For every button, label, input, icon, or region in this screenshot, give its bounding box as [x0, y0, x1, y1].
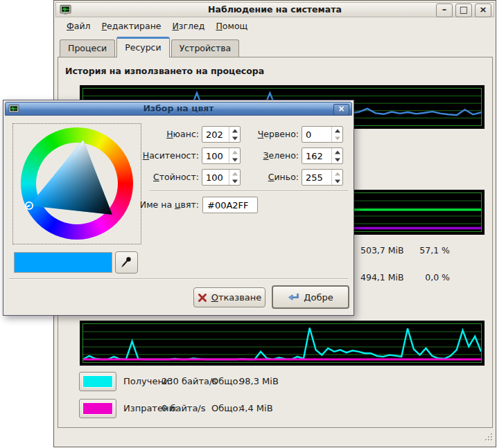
tab-resources[interactable]: Ресурси	[116, 37, 169, 57]
tabstrip: Процеси Ресурси Устройства	[58, 35, 492, 57]
received-total: 98,3 MiB	[239, 372, 279, 391]
red-input[interactable]	[302, 127, 331, 142]
sent-rate: 0 байта/s	[162, 399, 206, 418]
green-label: Зелено:	[232, 147, 299, 164]
red-spinner[interactable]	[302, 126, 343, 143]
hue-label: Нюанс:	[107, 126, 199, 143]
menu-help[interactable]: Помощ	[210, 19, 253, 33]
network-received-row: Получени: 230 байта/s Общо: 98,3 MiB	[58, 372, 492, 391]
ok-button-label: Добре	[304, 292, 333, 303]
hue-input[interactable]	[202, 127, 229, 142]
saturation-label: Наситеност:	[107, 147, 199, 164]
dialog-titlebar[interactable]: Избор на цвят ×	[5, 102, 352, 116]
swap-used-percent: 0,0 %	[392, 272, 450, 283]
received-color-swatch	[82, 375, 113, 388]
red-down-arrow[interactable]	[332, 134, 342, 142]
cancel-button[interactable]: Отказване	[193, 287, 265, 307]
received-rate: 230 байта/s	[162, 372, 217, 391]
tab-devices[interactable]: Устройства	[171, 39, 240, 57]
blue-down-arrow[interactable]	[332, 177, 342, 185]
color-preview-swatch	[14, 252, 112, 273]
sent-total-label: Общо:	[211, 399, 241, 418]
main-titlebar[interactable]: Наблюдение на системата – □ ×	[55, 2, 494, 17]
cancel-button-label: Отказване	[211, 292, 262, 303]
blue-spinner[interactable]	[302, 169, 343, 186]
sent-color-button[interactable]	[79, 399, 116, 418]
eyedropper-icon	[121, 256, 132, 268]
green-down-arrow[interactable]	[332, 156, 342, 163]
menu-view[interactable]: Изглед	[167, 19, 211, 33]
blue-up-arrow[interactable]	[332, 170, 342, 177]
cancel-x-icon	[198, 293, 207, 303]
menu-file[interactable]: Файл	[61, 19, 96, 33]
tab-processes[interactable]: Процеси	[60, 39, 115, 57]
sent-color-swatch	[82, 402, 113, 415]
statusbar	[54, 429, 496, 447]
close-button[interactable]: ×	[475, 3, 491, 17]
actions-separator	[9, 278, 348, 280]
dialog-close-button[interactable]: ×	[333, 104, 349, 116]
eyedropper-button[interactable]	[115, 251, 138, 274]
fields-separator	[150, 190, 348, 192]
green-spinner[interactable]	[302, 147, 343, 164]
dialog-title: Избор на цвят	[6, 103, 351, 114]
green-input[interactable]	[302, 148, 331, 163]
color-name-input[interactable]	[202, 197, 258, 213]
saturation-input[interactable]	[202, 148, 229, 163]
red-label: Червено:	[232, 126, 299, 143]
value-input[interactable]	[202, 170, 229, 185]
network-sent-row: Изпратени: 0 байта/s Общо: 4,4 MiB	[58, 399, 492, 418]
received-total-label: Общо:	[211, 372, 241, 391]
resize-grip[interactable]	[484, 433, 494, 445]
window-title: Наблюдение на системата	[56, 4, 494, 15]
cpu-section-title: История на използването на процесора	[65, 66, 264, 76]
color-picker-dialog: Избор на цвят × Нюанс:	[3, 100, 354, 316]
minimize-button[interactable]: –	[436, 3, 453, 17]
maximize-button[interactable]: □	[455, 3, 472, 17]
memory-used-percent: 57,1 %	[392, 245, 450, 256]
sent-total: 4,4 MiB	[239, 399, 273, 418]
menu-edit[interactable]: Редактиране	[96, 19, 167, 33]
ok-button[interactable]: Добре	[272, 285, 349, 309]
green-up-arrow[interactable]	[332, 148, 342, 156]
menubar: Файл Редактиране Изглед Помощ	[55, 18, 494, 34]
blue-label: Синьо:	[232, 169, 299, 186]
received-color-button[interactable]	[79, 372, 116, 391]
value-label: Стойност:	[107, 169, 199, 186]
network-history-chart	[80, 321, 485, 366]
blue-input[interactable]	[302, 170, 331, 185]
color-name-label: Име на цвят:	[107, 197, 199, 213]
ok-enter-icon	[288, 292, 299, 302]
red-up-arrow[interactable]	[332, 127, 342, 134]
